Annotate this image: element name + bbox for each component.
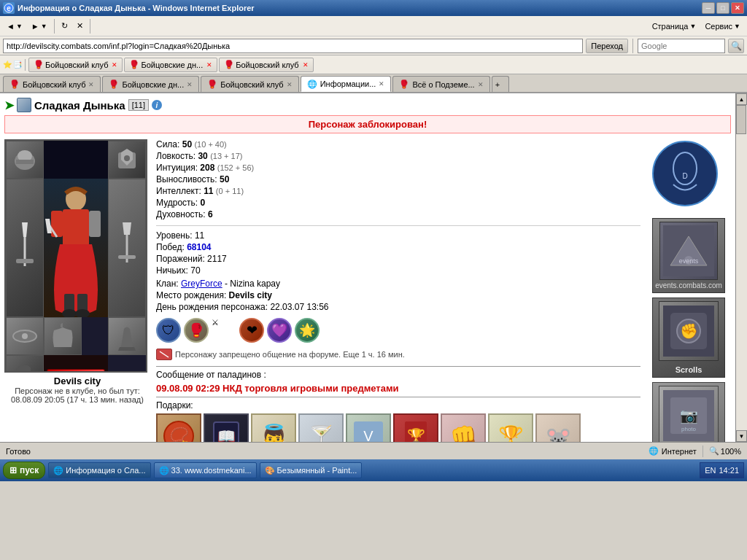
svg-rect-10 [16,259,34,263]
clan-link[interactable]: GreyForce [181,279,222,289]
stat-intellect: Интеллект: 11 (0 + 11) [156,186,640,196]
new-tab-button[interactable]: + [492,76,509,92]
address-input[interactable] [3,39,583,53]
ban-icon [156,349,172,360]
blocked-banner: Персонаж заблокирован! [4,115,731,133]
belt-slot[interactable] [6,317,44,355]
minimize-button[interactable]: ─ [702,2,715,14]
photo-scrolls-banner[interactable]: 📷 photo Photo Scrolls [652,382,725,442]
stop-button[interactable]: ✕ [73,18,87,35]
window-controls[interactable]: ─ □ ✕ [702,2,744,14]
badge-4[interactable]: ❤ [239,318,264,343]
gift-4[interactable]: 🍸 [298,413,344,442]
taskbar-item-2[interactable]: 🌐 33. www.dostmekani... [154,462,257,478]
back-icon: ◄ [7,22,15,31]
search-input[interactable] [638,39,725,53]
window-title: Информация о Сладкая Дынька - Windows In… [18,4,255,12]
bookmark-1[interactable]: 🥊 Бойцовский клуб ✕ [28,58,123,72]
close-button[interactable]: ✕ [731,2,744,14]
combat-stats: Уровень: 11 Побед: 68104 Поражений: 2117… [156,230,640,276]
svg-rect-23 [118,255,136,259]
scroll-track[interactable] [736,105,747,430]
badge-2[interactable]: 🥊 [184,318,209,343]
svg-text:🍸: 🍸 [309,424,334,442]
badge-5[interactable]: 💜 [267,318,292,343]
tabs-bar: 🥊 Бойцовский клуб ✕ 🥊 Бойцовские дн... ✕… [0,74,747,92]
profile-name: Сладкая Дынька [34,99,125,112]
search-button[interactable]: 🔍 [728,39,744,53]
svg-text:D: D [682,172,687,180]
ring-slot[interactable] [108,317,146,355]
boots-slot[interactable] [6,355,44,373]
stat-endurance: Выносливость: 50 [156,174,640,184]
paladin-message-text: 09.08.09 02:29 НКД торговля игровыми пре… [156,383,640,394]
stats-block: Сила: 50 (10 + 40) Ловкость: 30 (13 + 17… [156,139,640,219]
page-button[interactable]: Страница ▼ [649,18,700,35]
helmet-slot[interactable] [6,141,44,179]
gift-3[interactable]: 👼 [251,413,296,442]
tab-2[interactable]: 🥊 Бойцовские дн... ✕ [102,76,199,92]
character-portrait-section: 1538/1538 Devils city [4,139,150,442]
title-bar: e Информация о Сладкая Дынька - Windows … [0,0,747,16]
forward-icon: ► [31,22,39,31]
system-tray: EN 14:21 [700,462,744,478]
offhand-slot[interactable] [108,179,146,317]
badge-1[interactable]: 🛡 [156,318,181,343]
scrollbar[interactable]: ▲ ▼ [735,93,747,442]
scrolls-banner[interactable]: ✊ Scrolls [652,298,725,378]
gift-2[interactable]: 📖 [204,413,249,442]
profile-body: 1538/1538 Devils city [4,139,731,442]
site-logo[interactable]: D [652,141,725,214]
events-banner[interactable]: events events.combats.com [652,218,725,293]
paladin-message-section: Сообщение от паладинов : [156,370,640,380]
maximize-button[interactable]: □ [716,2,729,14]
status-bar: Готово 🌐 Интернет 🔍 100% [0,442,747,459]
tray-lang: EN [705,466,716,475]
arrow-icon: ➤ [4,98,14,112]
tab-4-active[interactable]: 🌐 Информации... ✕ [301,76,392,92]
gift-1[interactable]: 📿 [156,413,201,442]
start-button[interactable]: ⊞ пуск [3,462,45,479]
forward-button[interactable]: ► ▼ [28,18,51,35]
bookmark-2[interactable]: 🥊 Бойцовские дн... ✕ [124,58,217,72]
tab-3[interactable]: 🥊 Бойцовский клуб ✕ [201,76,298,92]
taskbar-item-3[interactable]: 🎨 Безымянный - Paint... [260,462,363,478]
tab-2-icon: 🥊 [109,79,119,89]
svg-text:events: events [679,257,699,265]
zone-icon: 🌐 [649,446,659,456]
gift-9[interactable]: 🐭 [535,413,581,442]
tab-1[interactable]: 🥊 Бойцовский клуб ✕ [3,76,101,92]
svg-text:photo: photo [681,426,697,432]
service-button[interactable]: Сервис ▼ [701,18,744,35]
portrait-top [44,141,108,179]
scroll-thumb[interactable] [736,105,746,134]
badge-6[interactable]: 🌟 [295,318,320,343]
gift-5[interactable]: V [346,413,391,442]
gift-6[interactable]: 🏆 [393,413,438,442]
weapon-slot[interactable] [6,179,44,317]
refresh-icon: ↻ [61,21,68,31]
tab-4-icon: 🌐 [307,79,317,89]
scroll-down-button[interactable]: ▼ [736,430,747,442]
svg-text:👼: 👼 [260,423,288,442]
stat-dexterity: Ловкость: 30 (13 + 17) [156,151,640,161]
scroll-up-button[interactable]: ▲ [736,93,747,105]
right-sidebar: D events events.combats.com [646,139,731,442]
gloves-slot[interactable] [44,317,82,355]
go-button[interactable]: Переход [586,39,628,53]
gift-8[interactable]: 🏆 [488,413,533,442]
address-bar: Переход 🔍 [0,36,747,55]
info-icon[interactable]: i [152,100,162,110]
armor-slot[interactable] [108,141,146,179]
refresh-button[interactable]: ↻ [58,18,71,35]
tab-5[interactable]: 🥊 Всё о Подземе... ✕ [392,76,489,92]
svg-text:e: e [7,4,11,12]
badge-3[interactable]: ⚔ [212,318,236,343]
bookmark-3[interactable]: 🥊 Бойцовский клуб ✕ [219,58,313,72]
level-badge: [11] [128,99,149,111]
stat-spirit: Духовность: 6 [156,209,640,219]
back-button[interactable]: ◄ ▼ [3,18,26,35]
svg-text:✊: ✊ [680,322,698,340]
taskbar-item-1[interactable]: 🌐 Информация о Сла... [48,462,150,478]
gift-7[interactable]: 👊 [441,413,486,442]
